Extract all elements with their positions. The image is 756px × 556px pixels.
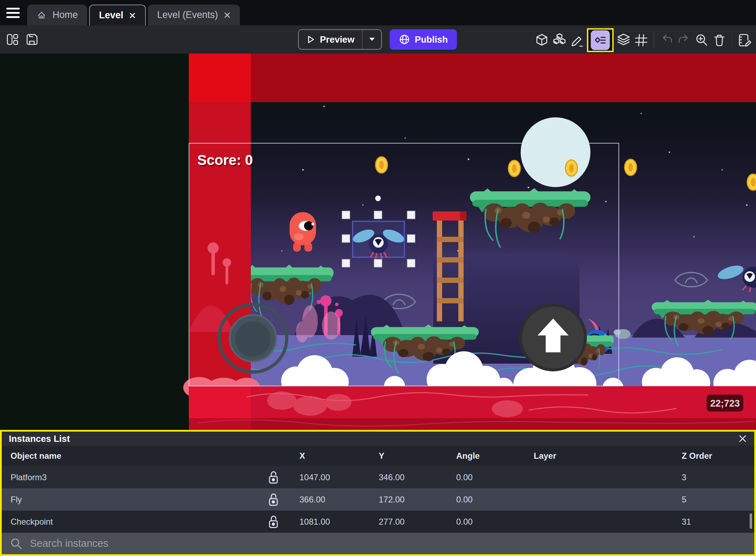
trash-icon <box>712 32 727 48</box>
search-row <box>2 533 754 554</box>
instance-z-order[interactable]: 31 <box>682 517 754 527</box>
save-icon <box>24 32 40 47</box>
publish-label: Publish <box>415 34 448 45</box>
col-layer: Layer <box>534 451 682 461</box>
instance-y[interactable]: 277.00 <box>379 517 456 527</box>
instance-y[interactable]: 346.00 <box>379 472 456 482</box>
coin[interactable] <box>376 157 388 173</box>
zoom-in-icon <box>694 32 709 48</box>
game-editor-window: Home Level Level (Events) <box>0 0 756 556</box>
layers-button[interactable] <box>615 29 632 51</box>
home-icon <box>36 10 47 20</box>
panel-title: Instances List <box>9 433 70 444</box>
close-icon[interactable] <box>129 12 136 19</box>
table-row-fly-selected[interactable]: Fly 366.00 172.00 0.00 5 <box>2 488 754 511</box>
unlock-icon[interactable] <box>268 514 279 529</box>
red-zone-top <box>251 54 756 102</box>
moon[interactable] <box>521 117 590 187</box>
toolbar: Preview Publish <box>0 25 756 54</box>
red-strip[interactable] <box>189 54 251 102</box>
edit-sheet-icon <box>737 32 752 48</box>
delete-button[interactable] <box>711 29 728 51</box>
fly-instance-selected[interactable] <box>351 221 406 259</box>
tab-level-label: Level <box>99 10 123 21</box>
instance-name: Checkpoint <box>11 517 268 527</box>
redo-icon <box>676 32 692 48</box>
tab-level[interactable]: Level <box>89 5 146 25</box>
edit-object-button[interactable] <box>568 29 586 51</box>
instance-angle[interactable]: 0.00 <box>456 472 534 482</box>
save-button[interactable] <box>23 28 41 51</box>
svg-text:22;723: 22;723 <box>710 398 740 409</box>
col-y: Y <box>379 451 456 461</box>
coin[interactable] <box>565 160 577 176</box>
coin[interactable] <box>625 159 637 175</box>
panels-layout-button[interactable] <box>4 28 21 51</box>
panels-icon <box>5 32 20 47</box>
score-text: Score: 0 <box>197 152 253 168</box>
instance-x[interactable]: 1047.00 <box>299 472 379 482</box>
toolbar-separator <box>653 32 654 48</box>
rotate-handle[interactable] <box>375 196 381 201</box>
grid-button[interactable] <box>632 29 650 51</box>
objects-icon <box>552 32 567 48</box>
tab-bar: Home Level Level (Events) <box>0 0 756 25</box>
search-input[interactable] <box>30 538 746 549</box>
instances-list-button[interactable] <box>587 28 614 52</box>
instance-x[interactable]: 1081.00 <box>299 517 379 527</box>
instances-list-icon <box>591 30 610 50</box>
coordinate-badge: 22;723 <box>707 395 743 412</box>
instances-panel-header: Instances List <box>2 432 754 446</box>
instances-list-panel: Instances List Object name X Y Angle Lay… <box>0 430 756 556</box>
main-menu-button[interactable] <box>6 6 22 20</box>
chevron-down-icon <box>369 37 375 42</box>
search-icon <box>10 538 22 550</box>
preview-options-button[interactable] <box>362 30 381 49</box>
preview-label: Preview <box>320 34 354 45</box>
coin[interactable] <box>508 160 520 177</box>
table-row-platform3[interactable]: Platform3 1047.00 346.00 0.00 3 <box>2 466 754 488</box>
instance-x[interactable]: 366.00 <box>299 495 379 505</box>
instance-z-order[interactable]: 3 <box>682 472 754 482</box>
editor-background <box>0 54 189 430</box>
objects-button[interactable] <box>551 29 568 51</box>
scene-canvas[interactable]: Score: 0 Score: 0 <box>0 54 756 430</box>
tab-home-label: Home <box>52 10 78 20</box>
object-3d-button[interactable] <box>533 29 551 51</box>
publish-button[interactable]: Publish <box>390 29 457 50</box>
instance-z-order[interactable]: 5 <box>682 495 754 505</box>
tab-level-events-label: Level (Events) <box>157 10 218 20</box>
col-x: X <box>299 451 379 461</box>
close-icon[interactable] <box>224 12 231 19</box>
joystick-control[interactable] <box>219 304 287 372</box>
tab-home[interactable]: Home <box>27 5 87 25</box>
table-row-checkpoint[interactable]: Checkpoint 1081.00 277.00 0.00 31 <box>2 511 754 533</box>
layers-icon <box>616 32 631 48</box>
redo-button[interactable] <box>675 29 693 51</box>
cube-3d-icon <box>534 32 550 48</box>
undo-button[interactable] <box>658 29 675 51</box>
edit-events-button[interactable] <box>736 29 753 51</box>
unlock-icon[interactable] <box>268 492 279 507</box>
toolbar-separator <box>732 32 732 48</box>
globe-icon <box>399 34 410 45</box>
close-panel-button[interactable] <box>738 434 747 443</box>
col-angle: Angle <box>456 451 534 461</box>
unlock-icon[interactable] <box>268 470 279 485</box>
instance-angle[interactable]: 0.00 <box>456 495 534 505</box>
instance-name: Platform3 <box>11 472 268 482</box>
tab-level-events[interactable]: Level (Events) <box>148 5 240 25</box>
instance-name: Fly <box>11 495 268 505</box>
preview-button[interactable]: Preview <box>298 29 382 50</box>
undo-icon <box>659 32 674 48</box>
zoom-button[interactable] <box>693 29 711 51</box>
grid-icon <box>633 32 649 48</box>
jump-button[interactable] <box>521 305 585 370</box>
instance-y[interactable]: 172.00 <box>379 495 456 505</box>
panel-scrollbar[interactable] <box>750 513 752 529</box>
play-icon <box>305 34 316 45</box>
instances-table-header: Object name X Y Angle Layer Z Order <box>2 446 754 466</box>
coin[interactable] <box>747 174 756 190</box>
col-z-order: Z Order <box>682 451 754 461</box>
instance-angle[interactable]: 0.00 <box>456 517 534 527</box>
